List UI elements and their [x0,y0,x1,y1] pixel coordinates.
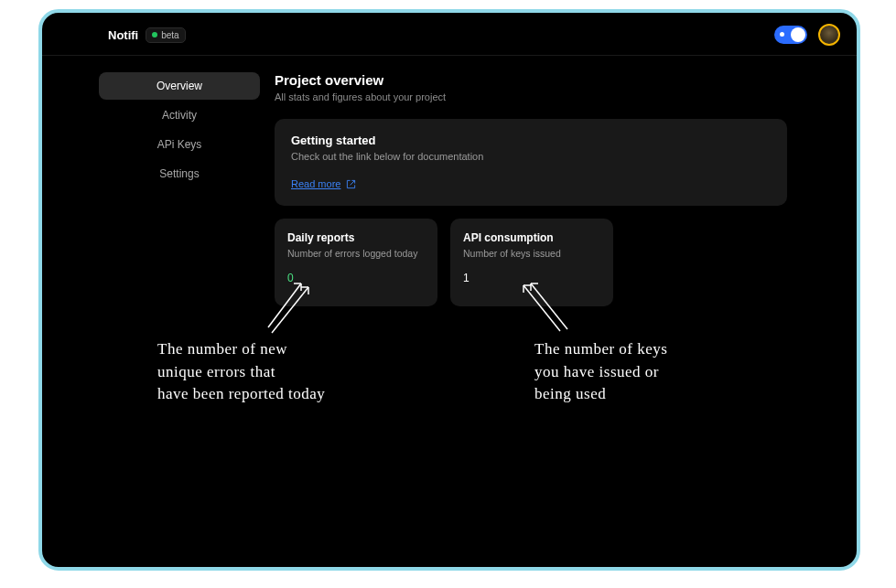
getting-started-subtitle: Check out the link below for documentati… [291,151,771,162]
sidebar-item-label: Settings [159,167,199,180]
topbar-right [774,24,840,46]
sidebar-item-settings[interactable]: Settings [99,160,260,187]
read-more-link[interactable]: Read more [291,178,356,189]
beta-badge: beta [146,27,185,43]
sidebar-item-overview[interactable]: Overview [99,72,260,100]
content: Overview Activity APi Keys Settings Proj… [42,56,857,323]
toggle-indicator-icon [780,32,784,37]
page-subtitle: All stats and figures about your project [275,91,840,102]
annotation-text-left: The number of new unique errors that hav… [157,338,325,406]
sidebar-item-label: APi Keys [157,138,202,151]
stat-value: 1 [463,272,600,284]
sidebar-item-label: Overview [157,80,202,92]
page-header: Project overview All stats and figures a… [275,72,840,102]
avatar[interactable] [818,24,840,46]
api-consumption-card: API consumption Number of keys issued 1 [450,219,613,306]
getting-started-card: Getting started Check out the link below… [275,119,787,206]
stat-title: API consumption [463,231,600,244]
sidebar-item-label: Activity [162,109,197,122]
read-more-label: Read more [291,178,340,189]
daily-reports-card: Daily reports Number of errors logged to… [275,219,437,306]
external-link-icon [346,179,356,189]
theme-toggle[interactable] [774,26,807,44]
brand-name: Notifi [108,28,138,42]
stat-title: Daily reports [287,231,425,244]
app-frame: Notifi beta Overview Activity APi Keys [38,9,860,571]
page-title: Project overview [275,72,840,88]
sidebar-item-activity[interactable]: Activity [99,102,260,129]
stat-value: 0 [287,272,425,284]
annotation-text-right: The number of keys you have issued or be… [534,338,667,406]
topbar: Notifi beta [42,13,857,56]
sidebar: Overview Activity APi Keys Settings [99,72,260,306]
toggle-knob [791,27,805,42]
beta-dot-icon [152,32,157,37]
stat-subtitle: Number of keys issued [463,248,600,259]
brand: Notifi beta [108,27,186,43]
main: Project overview All stats and figures a… [275,72,840,306]
sidebar-item-api-keys[interactable]: APi Keys [99,131,260,158]
stats-row: Daily reports Number of errors logged to… [275,219,840,306]
getting-started-title: Getting started [291,134,771,147]
beta-badge-label: beta [161,30,178,40]
stat-subtitle: Number of errors logged today [287,248,425,259]
